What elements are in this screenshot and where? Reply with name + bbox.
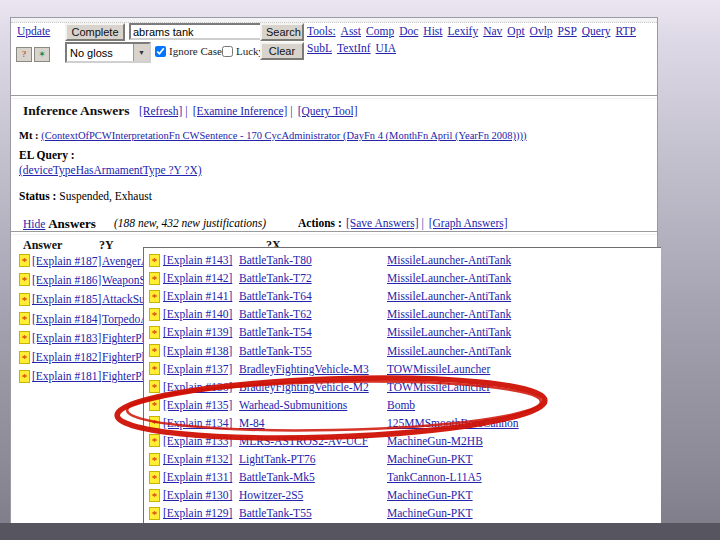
action-link[interactable]: [Save Answers] — [346, 217, 419, 229]
answer-x-link[interactable]: MachineGun-M2HB — [387, 435, 661, 447]
explain-link[interactable]: [Explain #187] — [32, 255, 102, 267]
explain-link[interactable]: [Explain #185] — [32, 293, 102, 305]
answer-y-link[interactable]: BattleTank-T55 — [239, 345, 387, 357]
explain-star-icon[interactable]: * — [149, 507, 160, 520]
explain-star-icon[interactable]: * — [149, 453, 160, 466]
toolbar-link[interactable]: Tools: — [307, 25, 336, 37]
toolbar-link[interactable]: UIA — [376, 42, 396, 54]
action-link[interactable]: [Refresh] — [139, 105, 182, 117]
action-link[interactable]: [Graph Answers] — [429, 217, 508, 229]
explain-star-icon[interactable]: * — [149, 254, 160, 267]
gloss-select[interactable]: No gloss ▼ — [65, 42, 151, 63]
explain-star-icon[interactable]: * — [149, 308, 160, 321]
explain-link[interactable]: [Explain #129] — [163, 507, 239, 519]
answer-y-link[interactable]: Warhead-Submunitions — [239, 399, 387, 411]
explain-star-icon[interactable]: * — [149, 416, 160, 429]
toolbar-link[interactable]: Opt — [507, 25, 524, 37]
explain-link[interactable]: [Explain #136] — [163, 381, 239, 393]
explain-star-icon[interactable]: * — [149, 344, 160, 357]
explain-link[interactable]: [Explain #131] — [163, 471, 239, 483]
answer-y-link[interactable]: BattleTank-T72 — [239, 272, 387, 284]
answer-x-link[interactable]: TOWMissileLauncher — [387, 363, 661, 375]
toolbar-link[interactable]: Doc — [399, 25, 418, 37]
explain-link[interactable]: [Explain #132] — [163, 453, 239, 465]
answer-y-link[interactable]: BattleTank-Mk5 — [239, 471, 387, 483]
answer-x-link[interactable]: MissileLauncher-AntiTank — [387, 254, 661, 266]
answer-x-link[interactable]: MachineGun-PKT — [387, 489, 661, 501]
update-link[interactable]: Update — [17, 25, 50, 37]
explain-star-icon[interactable]: * — [149, 489, 160, 502]
mt-value-link[interactable]: (ContextOfPCWInterpretationFn CWSentence… — [41, 130, 526, 141]
green-star-icon[interactable]: ✶ — [34, 47, 50, 62]
answer-y-link[interactable]: M-84 — [239, 417, 387, 429]
explain-star-icon[interactable]: * — [19, 351, 30, 364]
answer-x-link[interactable]: Bomb — [387, 399, 661, 411]
explain-star-icon[interactable]: * — [19, 254, 30, 267]
explain-link[interactable]: [Explain #135] — [163, 399, 239, 411]
answer-y-link[interactable]: BradleyFightingVehicle-M2 — [239, 381, 387, 393]
explain-star-icon[interactable]: * — [19, 331, 30, 344]
action-link[interactable]: [Examine Inference] — [193, 105, 288, 117]
toolbar-link[interactable]: PSP — [558, 25, 577, 37]
answer-x-link[interactable]: MissileLauncher-AntiTank — [387, 345, 661, 357]
toolbar-link[interactable]: Nav — [483, 25, 502, 37]
explain-link[interactable]: [Explain #139] — [163, 326, 239, 338]
explain-link[interactable]: [Explain #141] — [163, 290, 239, 302]
ignore-case-checkbox[interactable] — [155, 46, 166, 57]
answer-y-link[interactable]: MLRS-ASTROS2-AV-UCF — [239, 435, 387, 447]
explain-star-icon[interactable]: * — [149, 471, 160, 484]
explain-link[interactable]: [Explain #143] — [163, 254, 239, 266]
answer-x-link[interactable]: MissileLauncher-AntiTank — [387, 272, 661, 284]
explain-link[interactable]: [Explain #133] — [163, 435, 239, 447]
search-button[interactable]: Search — [260, 23, 304, 41]
toolbar-link[interactable]: Ovlp — [530, 25, 553, 37]
answer-y-link[interactable]: BattleTank-T64 — [239, 290, 387, 302]
answer-x-link[interactable]: MissileLauncher-AntiTank — [387, 308, 661, 320]
toolbar-link[interactable]: TextInf — [337, 42, 371, 54]
explain-star-icon[interactable]: * — [149, 290, 160, 303]
lucky-checkbox[interactable] — [222, 46, 233, 57]
answer-y-link[interactable]: Howitzer-2S5 — [239, 489, 387, 501]
explain-star-icon[interactable]: * — [19, 312, 30, 325]
explain-star-icon[interactable]: * — [149, 272, 160, 285]
explain-star-icon[interactable]: * — [149, 362, 160, 375]
explain-star-icon[interactable]: * — [149, 398, 160, 411]
explain-link[interactable]: [Explain #181] — [32, 370, 102, 382]
complete-button[interactable]: Complete — [65, 23, 125, 41]
explain-star-icon[interactable]: * — [149, 434, 160, 447]
action-link[interactable]: [Query Tool] — [298, 105, 358, 117]
answer-x-link[interactable]: MachineGun-PKT — [387, 453, 661, 465]
toolbar-link[interactable]: Hist — [423, 25, 442, 37]
answer-y-link[interactable]: BattleTank-T80 — [239, 254, 387, 266]
answer-x-link[interactable]: MachineGun-PKT — [387, 507, 661, 519]
answer-y-link[interactable]: LightTank-PT76 — [239, 453, 387, 465]
toolbar-link[interactable]: SubL — [307, 42, 332, 54]
answer-x-link[interactable]: MissileLauncher-AntiTank — [387, 326, 661, 338]
explain-link[interactable]: [Explain #134] — [163, 417, 239, 429]
explain-link[interactable]: [Explain #138] — [163, 345, 239, 357]
answer-y-link[interactable]: BradleyFightingVehicle-M3 — [239, 363, 387, 375]
toolbar-link[interactable]: Comp — [366, 25, 394, 37]
explain-star-icon[interactable]: * — [19, 370, 30, 383]
explain-link[interactable]: [Explain #142] — [163, 272, 239, 284]
answer-x-link[interactable]: MissileLauncher-AntiTank — [387, 290, 661, 302]
explain-link[interactable]: [Explain #182] — [32, 351, 102, 363]
answer-y-link[interactable]: BattleTank-T55 — [239, 507, 387, 519]
clear-button[interactable]: Clear — [260, 42, 304, 60]
red-question-icon[interactable]: ? — [16, 47, 32, 62]
answer-x-link[interactable]: TOWMissileLauncher — [387, 381, 661, 393]
toolbar-link[interactable]: Query — [582, 25, 611, 37]
hide-answers-link[interactable]: Hide — [23, 218, 45, 230]
explain-star-icon[interactable]: * — [149, 326, 160, 339]
explain-star-icon[interactable]: * — [149, 380, 160, 393]
el-query-link[interactable]: (deviceTypeHasArmamentType ?Y ?X) — [19, 164, 202, 176]
answer-y-link[interactable]: BattleTank-T62 — [239, 308, 387, 320]
answer-y-link[interactable]: BattleTank-T54 — [239, 326, 387, 338]
explain-link[interactable]: [Explain #184] — [32, 313, 102, 325]
toolbar-link[interactable]: RTP — [616, 25, 636, 37]
explain-link[interactable]: [Explain #130] — [163, 489, 239, 501]
toolbar-link[interactable]: Lexify — [448, 25, 479, 37]
search-input[interactable] — [129, 23, 263, 40]
toolbar-link[interactable]: Asst — [341, 25, 361, 37]
explain-star-icon[interactable]: * — [19, 293, 30, 306]
